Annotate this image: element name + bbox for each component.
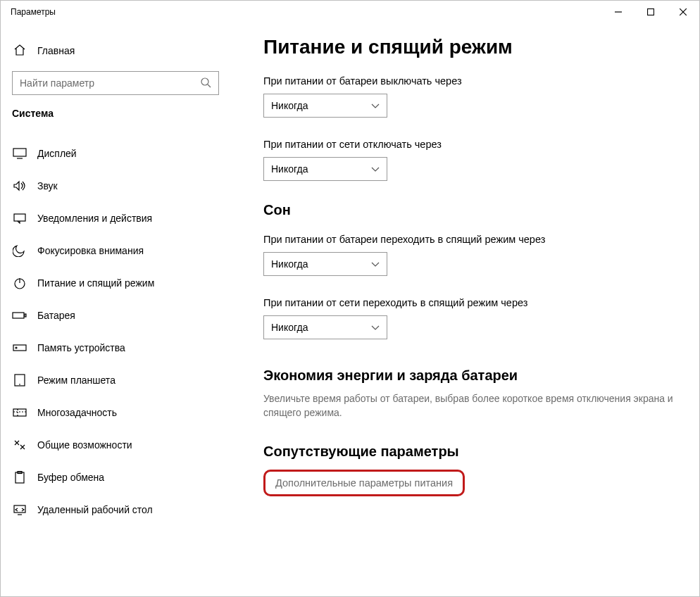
sidebar-item-tablet[interactable]: Режим планшета <box>1 364 244 396</box>
related-link-highlight: Дополнительные параметры питания <box>263 470 465 496</box>
sidebar-item-sound[interactable]: Звук <box>1 170 244 202</box>
minimize-button[interactable] <box>602 1 635 23</box>
sidebar-item-focus[interactable]: Фокусировка внимания <box>1 234 244 267</box>
energy-hint: Увеличьте время работы от батареи, выбра… <box>263 392 678 420</box>
sleep-battery-label: При питании от батареи переходить в спящ… <box>263 234 678 245</box>
page-title: Питание и спящий режим <box>263 36 678 58</box>
sound-icon <box>12 180 27 191</box>
sidebar-item-label: Буфер обмена <box>37 472 104 483</box>
svg-point-4 <box>201 78 208 85</box>
svg-rect-12 <box>25 314 26 317</box>
sidebar-item-notifications[interactable]: Уведомления и действия <box>1 202 244 234</box>
screen-off-battery-dropdown[interactable]: Никогда <box>263 94 387 118</box>
home-label: Главная <box>37 45 75 56</box>
sidebar-item-project[interactable]: Общие возможности <box>1 429 244 461</box>
home-link[interactable]: Главная <box>1 37 244 64</box>
dropdown-value: Никогда <box>271 163 371 175</box>
sidebar-item-display[interactable]: Дисплей <box>1 137 244 170</box>
svg-point-14 <box>15 347 17 348</box>
sidebar-item-label: Режим планшета <box>37 375 115 386</box>
svg-rect-17 <box>13 409 26 416</box>
sidebar-item-label: Уведомления и действия <box>37 213 152 224</box>
svg-rect-11 <box>13 313 24 318</box>
svg-rect-6 <box>13 149 26 156</box>
storage-icon <box>12 343 27 353</box>
sidebar-item-label: Дисплей <box>37 148 77 159</box>
sidebar-item-label: Батарея <box>37 310 75 321</box>
sidebar-item-label: Удаленный рабочий стол <box>37 504 153 515</box>
search-input[interactable] <box>20 77 200 89</box>
chevron-down-icon <box>371 322 380 333</box>
sidebar: Главная Система Дисплей Звук Уведом <box>1 23 244 596</box>
clipboard-icon <box>12 471 27 484</box>
focus-icon <box>12 244 27 257</box>
screen-off-ac-dropdown[interactable]: Никогда <box>263 157 387 181</box>
sidebar-item-multitask[interactable]: Многозадачность <box>1 396 244 429</box>
home-icon <box>12 44 27 56</box>
svg-line-5 <box>208 84 211 87</box>
chevron-down-icon <box>371 100 380 111</box>
sidebar-item-clipboard[interactable]: Буфер обмена <box>1 461 244 494</box>
sidebar-item-label: Фокусировка внимания <box>37 245 144 256</box>
maximize-button[interactable] <box>635 1 667 23</box>
display-icon <box>12 148 27 159</box>
sidebar-item-label: Питание и спящий режим <box>37 277 154 289</box>
svg-rect-1 <box>648 9 654 15</box>
related-heading: Сопутствующие параметры <box>263 444 678 460</box>
sleep-heading: Сон <box>263 202 678 218</box>
sidebar-item-remote[interactable]: Удаленный рабочий стол <box>1 494 244 526</box>
sidebar-item-label: Память устройства <box>37 342 125 353</box>
titlebar: Параметры <box>1 1 699 23</box>
sleep-ac-label: При питании от сети переходить в спящий … <box>263 297 678 308</box>
chevron-down-icon <box>371 163 380 175</box>
sidebar-item-power[interactable]: Питание и спящий режим <box>1 267 244 299</box>
svg-rect-20 <box>15 472 24 483</box>
screen-off-battery-label: При питании от батареи выключать через <box>263 75 678 87</box>
category-label: Система <box>1 105 244 122</box>
remote-icon <box>12 504 27 516</box>
window-title: Параметры <box>1 7 56 17</box>
tablet-icon <box>12 374 27 387</box>
sidebar-item-storage[interactable]: Память устройства <box>1 332 244 364</box>
notifications-icon <box>12 213 27 224</box>
search-box[interactable] <box>12 71 219 95</box>
svg-rect-22 <box>14 505 25 513</box>
power-icon <box>12 277 27 289</box>
dropdown-value: Никогда <box>271 258 371 270</box>
additional-power-settings-link[interactable]: Дополнительные параметры питания <box>275 477 453 489</box>
energy-heading: Экономия энергии и заряда батареи <box>263 367 678 384</box>
chevron-down-icon <box>371 258 380 270</box>
sidebar-item-label: Многозадачность <box>37 407 117 418</box>
screen-off-ac-label: При питании от сети отключать через <box>263 139 678 150</box>
battery-icon <box>12 310 27 320</box>
sidebar-item-battery[interactable]: Батарея <box>1 299 244 332</box>
close-button[interactable] <box>667 1 699 23</box>
main-content: Питание и спящий режим При питании от ба… <box>244 23 699 596</box>
dropdown-value: Никогда <box>271 100 371 111</box>
sleep-ac-dropdown[interactable]: Никогда <box>263 315 387 339</box>
multitask-icon <box>12 407 27 418</box>
sleep-battery-dropdown[interactable]: Никогда <box>263 252 387 276</box>
sidebar-item-label: Общие возможности <box>37 439 132 451</box>
project-icon <box>12 439 27 451</box>
dropdown-value: Никогда <box>271 322 371 333</box>
search-icon <box>200 77 211 90</box>
svg-rect-8 <box>14 214 25 221</box>
sidebar-item-label: Звук <box>37 180 58 191</box>
